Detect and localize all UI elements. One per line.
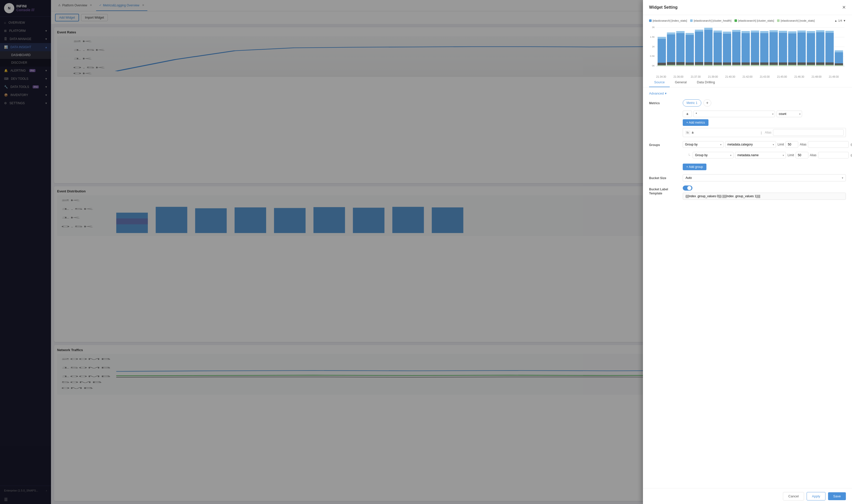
svg-rect-95 — [797, 31, 806, 33]
svg-rect-50 — [695, 32, 703, 66]
group2-alias-input[interactable] — [818, 152, 849, 159]
svg-rect-109 — [826, 65, 834, 66]
svg-rect-35 — [658, 37, 666, 39]
svg-rect-93 — [788, 65, 796, 66]
svg-rect-74 — [751, 32, 759, 66]
add-group-button[interactable]: + Add group — [683, 164, 706, 170]
group1-remove-button[interactable]: ⊗ — [850, 142, 852, 147]
formula-separator: | — [760, 131, 763, 134]
svg-rect-106 — [826, 33, 834, 66]
svg-rect-43 — [676, 31, 685, 33]
svg-rect-70 — [742, 33, 750, 66]
svg-rect-96 — [797, 62, 806, 65]
formula-alias-input[interactable] — [773, 129, 844, 136]
svg-rect-45 — [676, 65, 685, 66]
svg-rect-78 — [760, 33, 769, 66]
svg-rect-108 — [826, 62, 834, 65]
modal-close-button[interactable]: ✕ — [842, 5, 846, 10]
apply-button[interactable]: Apply — [806, 492, 826, 500]
group2-limit-label: Limit — [787, 154, 794, 157]
svg-rect-64 — [723, 62, 731, 65]
group1-alias-input[interactable] — [808, 141, 848, 148]
legend-nav-down[interactable]: ▼ — [843, 19, 846, 22]
svg-text:0K: 0K — [652, 64, 655, 67]
modal-body: Advanced ▾ Metrics Metric 1 + — [643, 87, 852, 488]
svg-rect-77 — [751, 65, 759, 66]
modal-tab-general[interactable]: General — [670, 78, 692, 87]
metric-input-row: * count — [683, 111, 846, 117]
formula-row: fx | Alias — [683, 128, 846, 137]
group1-limit-input[interactable] — [785, 141, 798, 148]
bucket-label-template-input[interactable] — [683, 193, 846, 200]
svg-rect-76 — [751, 62, 759, 65]
bucket-size-label: Bucket Size — [649, 174, 680, 180]
group2-limit-input[interactable] — [796, 152, 809, 159]
metric-field-select[interactable]: * — [693, 111, 775, 117]
group2-remove-button[interactable]: ⊗ — [850, 153, 852, 158]
legend-nav-up[interactable]: ▲ — [834, 19, 837, 22]
bucket-size-form-row: Bucket Size Auto — [649, 174, 846, 181]
bucket-size-select-outer: Auto — [683, 174, 846, 181]
svg-rect-52 — [695, 62, 703, 65]
dropdown-icon: ▾ — [665, 91, 667, 95]
group2-by-select[interactable]: Group by — [693, 152, 733, 159]
alias-static-label: Alias — [765, 131, 771, 134]
modal-tab-source[interactable]: Source — [649, 78, 670, 87]
svg-rect-83 — [769, 30, 778, 32]
modal-bar-chart: 2K 1.5K 1K 0.5K 0K — [649, 25, 846, 76]
svg-rect-84 — [769, 62, 778, 65]
cancel-button[interactable]: Cancel — [783, 492, 804, 500]
svg-rect-61 — [714, 65, 722, 66]
svg-rect-67 — [732, 30, 741, 32]
svg-rect-68 — [732, 62, 741, 65]
widget-setting-modal: Widget Setting ✕ [elasticsearch] [index_… — [643, 0, 852, 504]
group1-by-select[interactable]: Group by — [683, 141, 724, 148]
metric-tab-1[interactable]: Metric 1 — [683, 100, 701, 107]
group2-field-select[interactable]: metadata.name — [735, 152, 786, 159]
svg-rect-55 — [704, 28, 713, 30]
group1-field-select[interactable]: metadata.category — [725, 141, 776, 148]
legend-item-node-stats: [elasticsearch] [node_stats] — [777, 19, 815, 22]
add-metrics-button[interactable]: + Add metrics — [683, 119, 708, 126]
svg-rect-85 — [769, 65, 778, 66]
modal-tab-data-drilling[interactable]: Data Drilling — [692, 78, 720, 87]
groups-form-row: Groups Group by metadata.category — [649, 141, 846, 170]
svg-rect-103 — [816, 30, 824, 32]
svg-rect-42 — [676, 33, 685, 66]
svg-rect-54 — [704, 30, 713, 66]
svg-rect-46 — [686, 35, 694, 66]
svg-text:2K: 2K — [652, 26, 655, 29]
bucket-label-toggle[interactable] — [683, 185, 692, 191]
svg-rect-81 — [760, 65, 769, 66]
svg-rect-57 — [704, 65, 713, 66]
metrics-content: Metric 1 + * count — [683, 100, 846, 137]
svg-rect-41 — [667, 65, 675, 66]
legend-item-index-stats: [elasticsearch] [index_stats] — [649, 19, 687, 22]
svg-rect-60 — [714, 62, 722, 65]
svg-rect-79 — [760, 31, 769, 33]
svg-rect-51 — [695, 30, 703, 32]
modal-footer: Cancel Apply Save — [643, 488, 852, 504]
svg-rect-104 — [816, 62, 824, 65]
formula-value-input[interactable] — [692, 131, 758, 134]
svg-rect-88 — [779, 62, 787, 65]
bucket-size-select[interactable]: Auto — [683, 174, 846, 181]
svg-rect-47 — [686, 33, 694, 35]
bucket-label-content — [683, 185, 846, 200]
svg-rect-86 — [779, 33, 787, 66]
svg-rect-63 — [723, 32, 731, 34]
advanced-toggle[interactable]: Advanced ▾ — [649, 91, 846, 95]
save-button[interactable]: Save — [828, 492, 846, 500]
svg-text:1.5K: 1.5K — [650, 35, 655, 38]
svg-rect-71 — [742, 31, 750, 33]
svg-rect-44 — [676, 62, 685, 65]
modal-header: Widget Setting ✕ — [643, 0, 852, 15]
svg-text:0.5K: 0.5K — [650, 55, 655, 57]
add-metric-tab-button[interactable]: + — [703, 100, 711, 107]
legend-dot-node-stats — [777, 19, 780, 22]
svg-rect-111 — [835, 51, 843, 53]
metric-count-select[interactable]: count — [777, 111, 802, 117]
metric-field-a-input[interactable] — [683, 111, 692, 117]
svg-rect-82 — [769, 32, 778, 66]
svg-rect-48 — [686, 62, 694, 65]
